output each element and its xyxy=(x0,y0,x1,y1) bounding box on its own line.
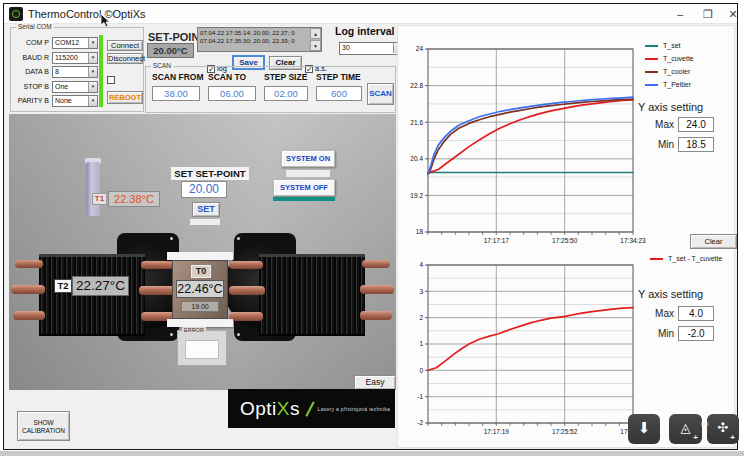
y-min-label: Min xyxy=(646,139,674,150)
scan-button[interactable]: SCAN xyxy=(367,83,394,105)
svg-text:22.8: 22.8 xyxy=(410,82,423,89)
set-button[interactable]: SET xyxy=(192,202,220,217)
right-heatsink-fins xyxy=(259,254,365,336)
scan-field-scan-from[interactable]: 38.00 xyxy=(152,86,200,101)
log-interval-value: 30 xyxy=(342,44,350,51)
copper-pipe xyxy=(229,261,263,269)
error-group-label: ERROR xyxy=(182,327,206,334)
serial-field-baud-r: BAUD R115200▼ xyxy=(15,52,98,65)
plus-icon: + xyxy=(730,434,735,442)
y-max-input[interactable]: 24.0 xyxy=(678,117,714,132)
scan-field-step-size[interactable]: 02.00 xyxy=(264,86,308,101)
minimize-button[interactable]: – xyxy=(673,6,687,22)
log-scroll-up-icon[interactable]: ▲ xyxy=(310,28,321,39)
logo-text: OptiXs xyxy=(240,398,300,420)
t2-label: T2 xyxy=(54,279,72,293)
system-on-button[interactable]: SYSTEM ON xyxy=(281,150,335,167)
add-annotation-button[interactable]: ◬+ xyxy=(669,414,702,444)
chevron-down-icon[interactable]: ▼ xyxy=(88,53,97,63)
log-scroll-down-icon[interactable]: ▼ xyxy=(310,40,321,51)
svg-text:17:17:17: 17:17:17 xyxy=(484,237,510,244)
chart-clear-button[interactable]: Clear xyxy=(690,234,737,249)
svg-text:0: 0 xyxy=(419,367,423,374)
copper-pipe xyxy=(229,312,263,321)
system-off-button[interactable]: SYSTEM OFF xyxy=(273,179,335,196)
maximize-button[interactable]: ❐ xyxy=(701,6,715,22)
scan-field-step-time[interactable]: 600 xyxy=(316,86,362,101)
setpoint-display: 20.00°C xyxy=(147,43,194,58)
legend-item: T_Peltier xyxy=(645,78,694,91)
svg-text:24: 24 xyxy=(416,45,424,52)
t1-label: T1 xyxy=(92,193,107,205)
y-max-input-2[interactable]: 4.0 xyxy=(678,306,714,321)
system-off-indicator xyxy=(273,197,335,201)
set-setpoint-label: SET SET-POINT xyxy=(171,167,249,180)
legend-item: T_set xyxy=(645,39,694,52)
set-setpoint-input[interactable]: 20.00 xyxy=(181,181,227,198)
easy-button[interactable]: Easy xyxy=(354,375,396,390)
svg-text:18: 18 xyxy=(416,228,424,235)
serial-field-dropdown[interactable]: COM12▼ xyxy=(52,37,98,49)
y-axis-setting-title-2: Y axis setting xyxy=(638,288,738,300)
legend-swatch xyxy=(645,45,658,47)
y-min-input[interactable]: 18.5 xyxy=(678,137,714,152)
show-calibration-label: SHOW CALIBRATION xyxy=(18,419,69,435)
svg-text:20.4: 20.4 xyxy=(410,155,423,162)
serial-field-dropdown[interactable]: 115200▼ xyxy=(52,52,98,64)
chevron-down-icon[interactable]: ▼ xyxy=(88,38,97,48)
desktop-background xyxy=(0,451,744,456)
scan-col-label: SCAN FROM xyxy=(152,72,203,82)
legend-label: T_set xyxy=(663,42,681,49)
svg-text:1: 1 xyxy=(419,340,423,347)
scan-field-scan-to[interactable]: 06.00 xyxy=(208,86,256,101)
log-line: 07.04.22 17:35:14; 20.00; 22.37; 0 xyxy=(200,29,308,37)
reboot-button[interactable]: REBOOT xyxy=(107,91,143,104)
download-button[interactable]: ⬇ xyxy=(628,414,660,444)
serial-field-dropdown[interactable]: None▼ xyxy=(52,95,98,107)
svg-text:-1: -1 xyxy=(417,393,423,400)
t2-temperature: 22.27°C xyxy=(72,276,129,296)
screw-dot xyxy=(170,333,173,336)
log-line: 07.04.22 17:35:30; 20.00; 22.39; 0 xyxy=(200,37,308,45)
svg-text:3: 3 xyxy=(419,288,423,295)
serial-field-data-b: DATA B8▼ xyxy=(15,66,98,79)
svg-text:4: 4 xyxy=(419,262,423,268)
t0-temperature: 22.46°C xyxy=(176,280,224,298)
legend-swatch xyxy=(645,58,658,60)
screw-dot xyxy=(170,237,173,240)
copper-pipe xyxy=(13,311,45,320)
download-icon: ⬇ xyxy=(638,419,651,436)
fullscreen-checkbox-box[interactable] xyxy=(107,76,115,84)
disconnect-button[interactable]: Disconnect xyxy=(107,53,143,64)
legend-label: T_cooler xyxy=(663,68,690,75)
connect-button[interactable]: Connect xyxy=(107,40,143,51)
t1-temperature: 22.38°C xyxy=(108,191,160,207)
svg-text:2: 2 xyxy=(419,314,423,321)
title-bar[interactable]: ThermoControl ©OptiXs – ❐ ✕ xyxy=(4,4,737,24)
legend-swatch xyxy=(645,84,658,86)
chevron-down-icon[interactable]: ▼ xyxy=(88,82,97,92)
y-min-input-2[interactable]: -2.0 xyxy=(678,326,714,341)
log-interval-dropdown[interactable]: 30▼ xyxy=(339,42,403,55)
chevron-down-icon[interactable]: ▼ xyxy=(88,67,97,77)
scan-group: SCAN SCAN FROM38.00SCAN TO06.00STEP SIZE… xyxy=(145,66,396,113)
serial-field-dropdown[interactable]: 8▼ xyxy=(52,66,98,78)
log-textbox[interactable]: 07.04.22 17:35:14; 20.00; 22.37; 007.04.… xyxy=(197,27,322,52)
close-button[interactable]: ✕ xyxy=(726,6,740,22)
screw-dot xyxy=(237,237,240,240)
legend-label: T_set - T_cuvette xyxy=(668,255,722,262)
chevron-down-icon[interactable]: ▼ xyxy=(88,96,97,106)
t0-sub-display: 19.00 xyxy=(181,301,219,312)
scan-col-label: STEP TIME xyxy=(316,72,361,82)
mouse-cursor-icon xyxy=(99,13,111,29)
serial-com-group-label: Serial COM xyxy=(16,23,54,31)
show-calibration-button[interactable]: SHOW CALIBRATION xyxy=(17,411,70,441)
copper-pipe xyxy=(229,286,265,295)
serial-field-dropdown[interactable]: One▼ xyxy=(52,81,98,93)
logo-tagline: Lasery a přístrojová technika xyxy=(318,406,391,412)
serial-field-com-p: COM PCOM12▼ xyxy=(15,37,98,50)
svg-text:17:17:19: 17:17:19 xyxy=(484,428,510,435)
serial-field-label: COM P xyxy=(15,37,49,46)
add-fan-button[interactable]: ✣+ xyxy=(707,414,739,444)
t0-label: T0 xyxy=(191,265,211,278)
